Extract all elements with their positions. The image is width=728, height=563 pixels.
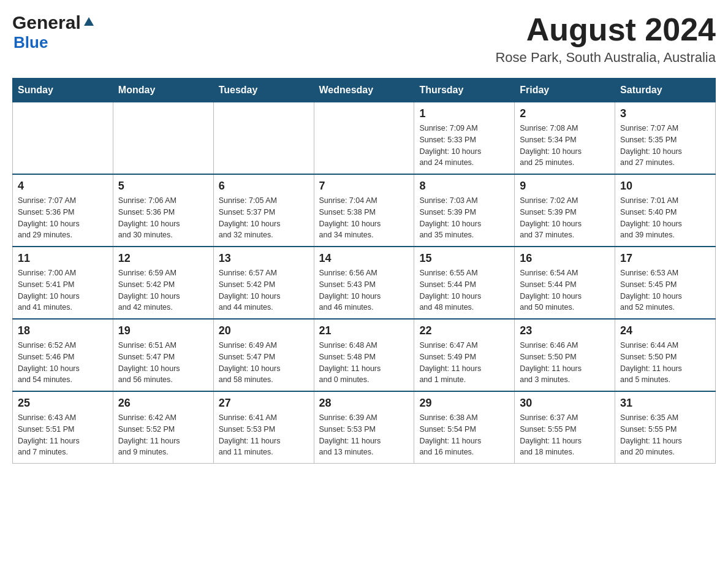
day-number: 4 bbox=[18, 180, 108, 193]
header-wednesday: Wednesday bbox=[314, 79, 414, 102]
calendar-cell bbox=[213, 102, 314, 175]
day-info: Sunrise: 7:09 AM Sunset: 5:33 PM Dayligh… bbox=[419, 123, 509, 169]
week-row-3: 11Sunrise: 7:00 AM Sunset: 5:41 PM Dayli… bbox=[13, 247, 716, 319]
day-number: 24 bbox=[620, 324, 710, 337]
day-number: 10 bbox=[620, 180, 710, 193]
logo-blue-text: Blue bbox=[13, 33, 48, 52]
calendar-cell: 23Sunrise: 6:46 AM Sunset: 5:50 PM Dayli… bbox=[515, 319, 615, 391]
calendar-cell: 12Sunrise: 6:59 AM Sunset: 5:42 PM Dayli… bbox=[113, 247, 213, 319]
day-number: 7 bbox=[319, 180, 409, 193]
calendar-cell: 1Sunrise: 7:09 AM Sunset: 5:33 PM Daylig… bbox=[414, 102, 515, 175]
calendar-cell: 16Sunrise: 6:54 AM Sunset: 5:44 PM Dayli… bbox=[515, 247, 615, 319]
day-number: 17 bbox=[620, 252, 710, 265]
calendar-cell: 18Sunrise: 6:52 AM Sunset: 5:46 PM Dayli… bbox=[13, 319, 113, 391]
day-number: 19 bbox=[118, 324, 208, 337]
day-info: Sunrise: 6:51 AM Sunset: 5:47 PM Dayligh… bbox=[118, 340, 208, 386]
title-section: August 2024 Rose Park, South Australia, … bbox=[495, 12, 716, 66]
day-info: Sunrise: 6:41 AM Sunset: 5:53 PM Dayligh… bbox=[219, 412, 309, 458]
calendar-cell: 27Sunrise: 6:41 AM Sunset: 5:53 PM Dayli… bbox=[213, 391, 314, 464]
day-info: Sunrise: 6:47 AM Sunset: 5:49 PM Dayligh… bbox=[419, 340, 509, 386]
calendar-cell: 31Sunrise: 6:35 AM Sunset: 5:55 PM Dayli… bbox=[615, 391, 716, 464]
day-number: 13 bbox=[219, 252, 309, 265]
day-number: 6 bbox=[219, 180, 309, 193]
calendar-cell: 22Sunrise: 6:47 AM Sunset: 5:49 PM Dayli… bbox=[414, 319, 515, 391]
day-info: Sunrise: 6:49 AM Sunset: 5:47 PM Dayligh… bbox=[219, 340, 309, 386]
day-info: Sunrise: 7:04 AM Sunset: 5:38 PM Dayligh… bbox=[319, 195, 409, 241]
day-number: 31 bbox=[620, 397, 710, 410]
logo-general-text: General bbox=[12, 12, 81, 33]
calendar-cell: 26Sunrise: 6:42 AM Sunset: 5:52 PM Dayli… bbox=[113, 391, 213, 464]
day-info: Sunrise: 7:03 AM Sunset: 5:39 PM Dayligh… bbox=[419, 195, 509, 241]
page-header: General Blue August 2024 Rose Park, Sout… bbox=[12, 12, 716, 66]
header-friday: Friday bbox=[515, 79, 615, 102]
day-number: 15 bbox=[419, 252, 509, 265]
week-row-4: 18Sunrise: 6:52 AM Sunset: 5:46 PM Dayli… bbox=[13, 319, 716, 391]
day-number: 18 bbox=[18, 324, 108, 337]
day-info: Sunrise: 7:08 AM Sunset: 5:34 PM Dayligh… bbox=[520, 123, 610, 169]
calendar-cell: 24Sunrise: 6:44 AM Sunset: 5:50 PM Dayli… bbox=[615, 319, 716, 391]
calendar-cell: 25Sunrise: 6:43 AM Sunset: 5:51 PM Dayli… bbox=[13, 391, 113, 464]
header-thursday: Thursday bbox=[414, 79, 515, 102]
day-info: Sunrise: 7:07 AM Sunset: 5:36 PM Dayligh… bbox=[18, 195, 108, 241]
calendar-cell: 4Sunrise: 7:07 AM Sunset: 5:36 PM Daylig… bbox=[13, 174, 113, 247]
day-info: Sunrise: 6:54 AM Sunset: 5:44 PM Dayligh… bbox=[520, 267, 610, 313]
day-number: 16 bbox=[520, 252, 610, 265]
day-number: 29 bbox=[419, 397, 509, 410]
day-info: Sunrise: 6:48 AM Sunset: 5:48 PM Dayligh… bbox=[319, 340, 409, 386]
calendar-cell: 5Sunrise: 7:06 AM Sunset: 5:36 PM Daylig… bbox=[113, 174, 213, 247]
calendar-cell: 20Sunrise: 6:49 AM Sunset: 5:47 PM Dayli… bbox=[213, 319, 314, 391]
calendar-cell: 11Sunrise: 7:00 AM Sunset: 5:41 PM Dayli… bbox=[13, 247, 113, 319]
week-row-5: 25Sunrise: 6:43 AM Sunset: 5:51 PM Dayli… bbox=[13, 391, 716, 464]
day-info: Sunrise: 6:37 AM Sunset: 5:55 PM Dayligh… bbox=[520, 412, 610, 458]
day-info: Sunrise: 6:35 AM Sunset: 5:55 PM Dayligh… bbox=[620, 412, 710, 458]
calendar-cell: 19Sunrise: 6:51 AM Sunset: 5:47 PM Dayli… bbox=[113, 319, 213, 391]
month-title: August 2024 bbox=[495, 12, 716, 47]
day-info: Sunrise: 6:55 AM Sunset: 5:44 PM Dayligh… bbox=[419, 267, 509, 313]
day-info: Sunrise: 6:59 AM Sunset: 5:42 PM Dayligh… bbox=[118, 267, 208, 313]
calendar-cell: 8Sunrise: 7:03 AM Sunset: 5:39 PM Daylig… bbox=[414, 174, 515, 247]
day-info: Sunrise: 6:52 AM Sunset: 5:46 PM Dayligh… bbox=[18, 340, 108, 386]
day-info: Sunrise: 7:05 AM Sunset: 5:37 PM Dayligh… bbox=[219, 195, 309, 241]
day-number: 9 bbox=[520, 180, 610, 193]
day-number: 12 bbox=[118, 252, 208, 265]
day-number: 5 bbox=[118, 180, 208, 193]
day-number: 1 bbox=[419, 107, 509, 120]
day-number: 14 bbox=[319, 252, 409, 265]
calendar-cell bbox=[314, 102, 414, 175]
day-number: 11 bbox=[18, 252, 108, 265]
calendar-cell: 29Sunrise: 6:38 AM Sunset: 5:54 PM Dayli… bbox=[414, 391, 515, 464]
calendar-cell: 2Sunrise: 7:08 AM Sunset: 5:34 PM Daylig… bbox=[515, 102, 615, 175]
logo-triangle-icon bbox=[83, 16, 94, 29]
day-info: Sunrise: 6:56 AM Sunset: 5:43 PM Dayligh… bbox=[319, 267, 409, 313]
day-info: Sunrise: 7:00 AM Sunset: 5:41 PM Dayligh… bbox=[18, 267, 108, 313]
calendar-cell: 13Sunrise: 6:57 AM Sunset: 5:42 PM Dayli… bbox=[213, 247, 314, 319]
week-row-2: 4Sunrise: 7:07 AM Sunset: 5:36 PM Daylig… bbox=[13, 174, 716, 247]
calendar-cell: 15Sunrise: 6:55 AM Sunset: 5:44 PM Dayli… bbox=[414, 247, 515, 319]
calendar-cell: 9Sunrise: 7:02 AM Sunset: 5:39 PM Daylig… bbox=[515, 174, 615, 247]
day-info: Sunrise: 7:02 AM Sunset: 5:39 PM Dayligh… bbox=[520, 195, 610, 241]
day-number: 25 bbox=[18, 397, 108, 410]
day-number: 26 bbox=[118, 397, 208, 410]
day-info: Sunrise: 7:01 AM Sunset: 5:40 PM Dayligh… bbox=[620, 195, 710, 241]
day-number: 28 bbox=[319, 397, 409, 410]
header-monday: Monday bbox=[113, 79, 213, 102]
calendar-cell: 30Sunrise: 6:37 AM Sunset: 5:55 PM Dayli… bbox=[515, 391, 615, 464]
calendar-header-row: SundayMondayTuesdayWednesdayThursdayFrid… bbox=[13, 79, 716, 102]
day-number: 3 bbox=[620, 107, 710, 120]
header-sunday: Sunday bbox=[13, 79, 113, 102]
header-saturday: Saturday bbox=[615, 79, 716, 102]
calendar-cell: 6Sunrise: 7:05 AM Sunset: 5:37 PM Daylig… bbox=[213, 174, 314, 247]
calendar-cell: 28Sunrise: 6:39 AM Sunset: 5:53 PM Dayli… bbox=[314, 391, 414, 464]
day-number: 27 bbox=[219, 397, 309, 410]
day-number: 21 bbox=[319, 324, 409, 337]
day-info: Sunrise: 6:39 AM Sunset: 5:53 PM Dayligh… bbox=[319, 412, 409, 458]
calendar-cell: 3Sunrise: 7:07 AM Sunset: 5:35 PM Daylig… bbox=[615, 102, 716, 175]
calendar-cell: 17Sunrise: 6:53 AM Sunset: 5:45 PM Dayli… bbox=[615, 247, 716, 319]
day-number: 23 bbox=[520, 324, 610, 337]
header-tuesday: Tuesday bbox=[213, 79, 314, 102]
day-info: Sunrise: 6:44 AM Sunset: 5:50 PM Dayligh… bbox=[620, 340, 710, 386]
week-row-1: 1Sunrise: 7:09 AM Sunset: 5:33 PM Daylig… bbox=[13, 102, 716, 175]
day-number: 2 bbox=[520, 107, 610, 120]
calendar-table: SundayMondayTuesdayWednesdayThursdayFrid… bbox=[12, 78, 716, 464]
day-number: 30 bbox=[520, 397, 610, 410]
